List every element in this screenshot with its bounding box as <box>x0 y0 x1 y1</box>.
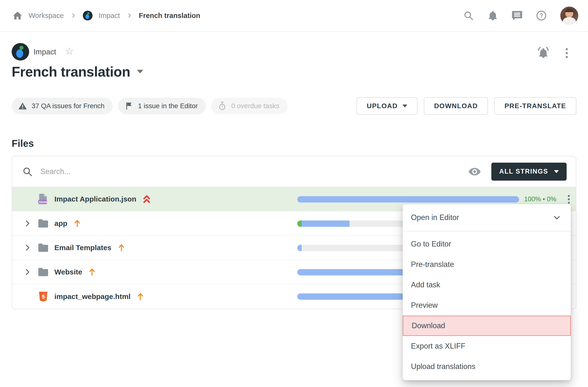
progress-stats: 100% • 0% <box>524 195 556 203</box>
context-menu-items: Go to Editor Pre-translate Add task Prev… <box>403 231 571 377</box>
folder-icon <box>37 242 49 253</box>
menu-item-download[interactable]: Download <box>403 316 571 336</box>
chevron-down-icon <box>402 105 407 108</box>
breadcrumb-project[interactable]: Impact <box>99 12 120 20</box>
title-dropdown-caret-icon[interactable] <box>137 70 143 73</box>
avatar-hair <box>565 8 574 12</box>
notifications-icon[interactable] <box>487 10 498 21</box>
chip-label: 37 QA issues for French <box>32 102 105 110</box>
priority-high-icon <box>137 292 145 301</box>
context-menu-open-in-editor[interactable]: Open in Editor <box>403 204 571 231</box>
messages-icon[interactable] <box>512 10 523 21</box>
chip-editor-issues[interactable]: 1 issue in the Editor <box>118 98 206 114</box>
svg-text:JSON: JSON <box>38 200 47 204</box>
breadcrumb: Workspace Impact French translation <box>13 11 200 21</box>
project-action-buttons: UPLOAD DOWNLOAD PRE-TRANSLATE <box>357 97 576 115</box>
breadcrumb-workspace[interactable]: Workspace <box>29 12 64 20</box>
html-file-icon: 5 <box>37 291 49 302</box>
svg-text:?: ? <box>540 12 543 19</box>
priority-high-icon <box>89 267 96 277</box>
priority-high-icon <box>118 243 126 252</box>
eye-visibility-icon[interactable] <box>468 168 481 176</box>
folder-name[interactable]: Email Templates <box>54 244 111 252</box>
chevron-right-icon <box>126 12 133 19</box>
flag-icon <box>124 101 134 111</box>
chevron-down-icon <box>553 213 561 222</box>
project-name[interactable]: Impact <box>34 48 56 56</box>
home-icon[interactable] <box>13 11 22 21</box>
status-chips: 37 QA issues for French 1 issue in the E… <box>12 98 288 114</box>
search-icon <box>22 166 33 177</box>
chip-overdue-tasks[interactable]: 0 overdue tasks <box>211 98 288 114</box>
file-name[interactable]: impact_webpage.html <box>54 293 130 301</box>
download-button-label: DOWNLOAD <box>434 102 478 110</box>
project-logo <box>12 43 29 61</box>
page-title: French translation <box>12 64 143 80</box>
menu-item-pre-translate[interactable]: Pre-translate <box>403 254 571 275</box>
chip-label: 0 overdue tasks <box>231 102 279 110</box>
files-search-input[interactable] <box>40 167 468 176</box>
project-logo-small <box>83 11 93 21</box>
page-title-text: French translation <box>12 64 130 79</box>
strings-filter-button[interactable]: ALL STRINGS <box>491 163 567 181</box>
chip-qa-issues[interactable]: 37 QA issues for French <box>12 98 113 114</box>
app-root: Workspace Impact French translation <box>0 0 588 387</box>
top-navigation-bar: Workspace Impact French translation <box>0 0 588 32</box>
help-icon[interactable]: ? <box>536 10 547 21</box>
chip-label: 1 issue in the Editor <box>138 102 198 110</box>
star-favorite-icon[interactable]: ☆ <box>65 46 74 56</box>
json-file-icon: JSON <box>37 193 49 205</box>
folder-name[interactable]: Website <box>54 268 82 276</box>
files-section-heading: Files <box>12 138 34 149</box>
menu-item-export-as-xliff[interactable]: Export as XLIFF <box>403 336 571 356</box>
pre-translate-button-label: PRE-TRANSLATE <box>504 102 566 110</box>
priority-highest-icon <box>143 194 150 204</box>
files-search-row: ALL STRINGS <box>12 156 576 187</box>
menu-item-add-task[interactable]: Add task <box>403 275 571 295</box>
menu-item-go-to-editor[interactable]: Go to Editor <box>403 234 571 254</box>
folder-icon <box>37 218 49 229</box>
timer-icon <box>218 101 227 111</box>
user-avatar[interactable] <box>560 7 578 24</box>
menu-item-upload-translations[interactable]: Upload translations <box>403 356 571 377</box>
progress-bar <box>297 196 519 203</box>
folder-name[interactable]: app <box>54 219 67 228</box>
file-context-menu: Open in Editor Go to Editor Pre-translat… <box>403 204 571 380</box>
chevron-down-icon <box>554 170 559 173</box>
topbar-actions: ? <box>463 7 578 24</box>
file-name[interactable]: Impact Application.json <box>54 195 136 203</box>
qa-warning-icon <box>18 101 27 111</box>
upload-button-label: UPLOAD <box>367 102 398 110</box>
folder-icon <box>37 266 49 278</box>
svg-text:5: 5 <box>42 294 45 300</box>
chevron-right-icon <box>70 12 77 19</box>
chevron-right-expander-icon[interactable] <box>23 243 37 252</box>
priority-high-icon <box>74 219 81 228</box>
strings-filter-label: ALL STRINGS <box>499 168 548 175</box>
watch-notifications-icon[interactable] <box>536 45 551 61</box>
chevron-right-expander-icon[interactable] <box>23 267 37 277</box>
context-menu-header-label: Open in Editor <box>411 213 459 222</box>
breadcrumb-current-page: French translation <box>139 12 200 20</box>
avatar-shirt <box>563 17 576 24</box>
chevron-right-expander-icon[interactable] <box>23 219 37 228</box>
menu-item-preview[interactable]: Preview <box>403 295 571 316</box>
search-icon[interactable] <box>463 10 474 21</box>
download-button[interactable]: DOWNLOAD <box>424 97 488 115</box>
pre-translate-button[interactable]: PRE-TRANSLATE <box>494 97 576 115</box>
project-kebab-menu[interactable] <box>563 46 570 60</box>
upload-button[interactable]: UPLOAD <box>357 97 418 115</box>
